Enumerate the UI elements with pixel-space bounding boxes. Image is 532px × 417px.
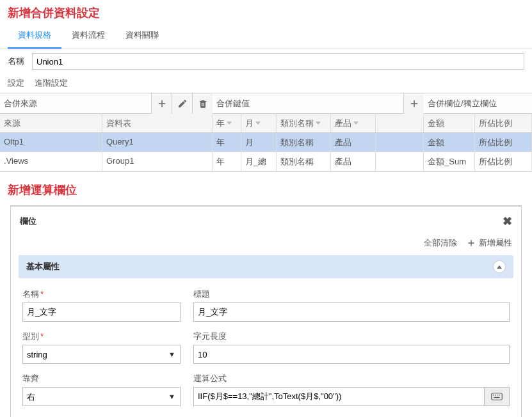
subtab-advanced[interactable]: 進階設定 — [35, 77, 68, 89]
col-empty — [376, 114, 424, 132]
cell-table: Group1 — [102, 152, 213, 171]
field-formula-input[interactable] — [193, 387, 484, 406]
col-amount[interactable]: 金額 — [424, 114, 475, 132]
sort-icon — [255, 122, 261, 125]
accordion-title: 基本屬性 — [26, 261, 60, 272]
table-row[interactable]: 金額_Sum 所佔比例 — [424, 152, 532, 171]
table-row[interactable]: 金額 所佔比例 — [424, 133, 532, 152]
accordion-basic-props[interactable]: 基本屬性 — [19, 255, 513, 278]
plus-icon — [156, 98, 168, 109]
field-align-label: 靠齊 — [22, 373, 181, 384]
merge-key-grid: 合併鍵值 年 月 類別名稱 產品 年 月 類別名稱 產品 年 — [213, 93, 424, 171]
sort-icon — [227, 122, 232, 125]
col-month[interactable]: 月 — [241, 114, 277, 132]
table-row[interactable]: Oltp1 Query1 — [0, 133, 213, 152]
field-title-label: 標題 — [193, 288, 510, 300]
add-source-button[interactable] — [151, 93, 172, 114]
subtab-settings[interactable]: 設定 — [8, 77, 24, 89]
edit-icon — [177, 98, 188, 109]
tab-data-relation[interactable]: 資料關聯 — [115, 23, 169, 49]
svg-rect-2 — [495, 395, 496, 396]
main-tabs: 資料規格 資料流程 資料關聯 — [0, 23, 532, 49]
col-table[interactable]: 資料表 — [102, 114, 213, 132]
svg-rect-0 — [492, 393, 503, 400]
field-panel: 欄位 ✖ 全部清除 新增屬性 基本屬性 名稱* — [10, 205, 522, 417]
field-type-select[interactable]: string — [22, 345, 181, 364]
clear-all-button[interactable]: 全部清除 — [424, 237, 457, 249]
formula-editor-button[interactable] — [484, 387, 510, 406]
cell-table: Query1 — [102, 133, 213, 152]
close-button[interactable]: ✖ — [503, 214, 512, 228]
field-align-select[interactable]: 右 — [22, 387, 181, 406]
delete-source-button[interactable] — [192, 93, 213, 114]
page-title-computed: 新增運算欄位 — [0, 172, 532, 200]
cell-source: Oltp1 — [0, 133, 102, 152]
tab-data-flow[interactable]: 資料流程 — [61, 23, 115, 49]
field-title-input[interactable] — [193, 303, 510, 322]
name-input[interactable] — [32, 53, 524, 70]
tab-data-spec[interactable]: 資料規格 — [8, 23, 61, 49]
plus-icon — [408, 98, 420, 109]
col-percentage[interactable]: 所佔比例 — [475, 114, 532, 132]
svg-rect-3 — [497, 395, 498, 396]
cell-source: .Views — [0, 152, 102, 171]
keyboard-icon — [491, 392, 503, 401]
field-name-input[interactable] — [22, 303, 181, 322]
field-length-label: 字元長度 — [193, 331, 510, 342]
svg-rect-1 — [493, 395, 494, 396]
merge-source-title: 合併來源 — [4, 98, 151, 109]
sort-icon — [316, 122, 321, 125]
field-name-label: 名稱* — [22, 288, 181, 300]
add-key-button[interactable] — [403, 93, 424, 114]
svg-rect-5 — [494, 397, 500, 398]
table-row[interactable]: .Views Group1 — [0, 152, 213, 171]
sort-icon — [353, 122, 359, 125]
merge-source-grid: 合併來源 來源 資料表 Oltp1 Query1 .Views — [0, 93, 213, 171]
page-title-merge: 新增合併資料設定 — [0, 0, 532, 23]
field-formula-label: 運算公式 — [193, 373, 510, 384]
col-source[interactable]: 來源 — [0, 114, 102, 132]
edit-source-button[interactable] — [172, 93, 192, 114]
table-row[interactable]: 年 月_總 類別名稱 產品 — [213, 152, 424, 171]
add-property-button[interactable]: 新增屬性 — [466, 237, 512, 249]
sub-tabs: 設定 進階設定 — [0, 74, 532, 93]
svg-rect-4 — [499, 395, 500, 396]
col-year[interactable]: 年 — [213, 114, 241, 132]
trash-icon — [198, 98, 208, 109]
col-category[interactable]: 類別名稱 — [277, 114, 331, 132]
merge-key-title: 合併鍵值 — [216, 98, 403, 109]
collapse-button[interactable] — [493, 260, 506, 273]
col-product[interactable]: 產品 — [331, 114, 376, 132]
plus-icon — [466, 238, 476, 248]
name-label: 名稱 — [8, 56, 27, 67]
merge-columns-grid: 合併欄位/獨立欄位 金額 所佔比例 金額 所佔比例 金額_Sum 所佔比例 — [424, 93, 532, 171]
merge-columns-title: 合併欄位/獨立欄位 — [428, 98, 532, 109]
table-row[interactable]: 年 月 類別名稱 產品 — [213, 133, 424, 152]
panel-title: 欄位 — [20, 216, 36, 227]
field-length-input[interactable] — [193, 345, 510, 364]
field-type-label: 型別* — [22, 331, 181, 342]
